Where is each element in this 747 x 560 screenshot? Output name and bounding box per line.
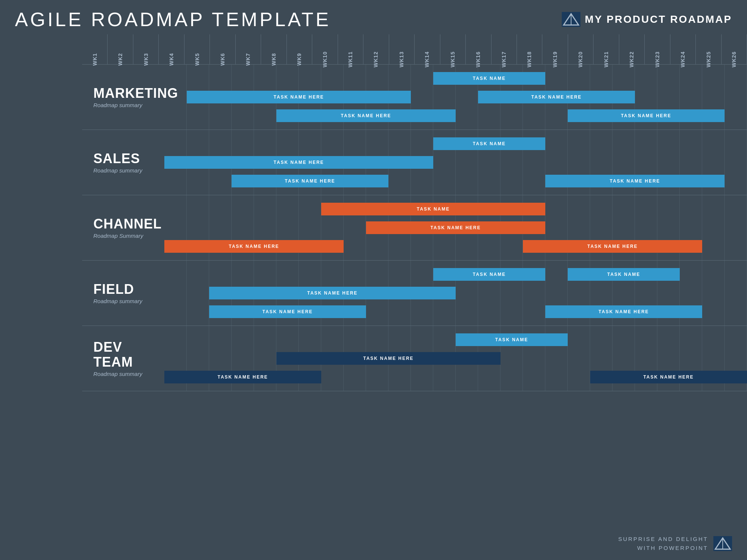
week-label-wk8: WK8 — [271, 53, 277, 66]
task-row-1: TASK NAME HERE — [164, 221, 747, 235]
section-gantt-1: TASK NAMETASK NAME HERETASK NAME HERETAS… — [164, 130, 747, 195]
task-row-1: TASK NAME HERETASK NAME HERE — [164, 90, 747, 104]
task-label-0: TASK NAME — [473, 141, 506, 146]
week-label-wk4: WK4 — [168, 53, 174, 66]
task-bar-2: TASK NAME HERE — [232, 175, 388, 187]
task-label-3: TASK NAME HERE — [587, 244, 638, 249]
sections-area: MARKETINGRoadmap summaryTASK NAMETASK NA… — [82, 65, 747, 391]
section-gantt-4: TASK NAMETASK NAME HERETASK NAME HERETAS… — [164, 326, 747, 391]
section-subtitle-1: Roadmap summary — [93, 167, 157, 174]
section-label-4: DEV TEAMRoadmap summary — [82, 326, 164, 391]
week-cell-wk16: WK16 — [466, 34, 491, 64]
week-label-wk1: WK1 — [92, 53, 98, 66]
week-cell-wk3: WK3 — [133, 34, 159, 64]
task-row-0: TASK NAME — [164, 202, 747, 216]
week-cell-wk24: WK24 — [670, 34, 696, 64]
task-label-1: TASK NAME HERE — [273, 160, 324, 165]
brand-text: MY PRODUCT ROADMAP — [585, 13, 732, 25]
week-cell-wk1: WK1 — [82, 34, 108, 64]
section-label-3: FIELDRoadmap summary — [82, 261, 164, 326]
task-bar-2: TASK NAME HERE — [164, 371, 321, 383]
section-row-sales: SALESRoadmap summaryTASK NAMETASK NAME H… — [82, 130, 747, 195]
task-row-0: TASK NAMETASK NAME — [164, 267, 747, 281]
week-cell-wk8: WK8 — [261, 34, 286, 64]
week-cell-wk17: WK17 — [492, 34, 517, 64]
task-label-1: TASK NAME — [607, 272, 640, 277]
footer-logo-icon — [713, 536, 732, 551]
task-label-3: TASK NAME HERE — [262, 309, 313, 314]
task-label-4: TASK NAME HERE — [621, 113, 671, 118]
task-row-1: TASK NAME HERE — [164, 286, 747, 300]
task-label-0: TASK NAME — [473, 272, 506, 277]
week-cell-wk6: WK6 — [210, 34, 235, 64]
task-bar-0: TASK NAME — [433, 137, 545, 150]
section-subtitle-0: Roadmap summary — [93, 102, 157, 108]
week-cell-wk2: WK2 — [108, 34, 133, 64]
task-row-2: TASK NAME HERETASK NAME HERE — [164, 305, 747, 319]
task-bar-2: TASK NAME HERE — [209, 287, 456, 299]
section-gantt-3: TASK NAMETASK NAMETASK NAME HERETASK NAM… — [164, 261, 747, 326]
week-label-wk3: WK3 — [143, 53, 149, 66]
week-cell-wk4: WK4 — [159, 34, 184, 64]
week-cell-wk21: WK21 — [593, 34, 619, 64]
week-cell-wk20: WK20 — [568, 34, 593, 64]
week-cell-wk22: WK22 — [619, 34, 645, 64]
section-subtitle-3: Roadmap summary — [93, 298, 157, 304]
task-label-4: TASK NAME HERE — [598, 309, 649, 314]
task-label-1: TASK NAME HERE — [273, 94, 324, 100]
week-cell-wk15: WK15 — [440, 34, 466, 64]
brand-logo-icon — [562, 12, 580, 27]
week-cell-wk19: WK19 — [542, 34, 568, 64]
task-bar-0: TASK NAME — [321, 203, 545, 215]
task-bar-1: TASK NAME HERE — [164, 156, 433, 169]
task-bar-4: TASK NAME HERE — [568, 109, 725, 122]
section-row-dev-team: DEV TEAMRoadmap summaryTASK NAMETASK NAM… — [82, 326, 747, 391]
task-bar-4: TASK NAME HERE — [545, 305, 702, 318]
week-label-wk7: WK7 — [245, 53, 251, 66]
task-label-2: TASK NAME HERE — [307, 290, 357, 296]
task-bar-0: TASK NAME — [456, 333, 568, 346]
week-label-wk5: WK5 — [194, 53, 200, 66]
task-label-1: TASK NAME HERE — [363, 356, 413, 361]
task-row-2: TASK NAME HERETASK NAME HERE — [164, 174, 747, 188]
week-cell-wk12: WK12 — [363, 34, 389, 64]
page-title: AGILE ROADMAP TEMPLATE — [15, 8, 331, 31]
footer-line1: SURPRISE AND DELIGHT — [618, 535, 708, 544]
task-bar-3: TASK NAME HERE — [276, 109, 456, 122]
week-cell-wk18: WK18 — [517, 34, 542, 64]
task-row-1: TASK NAME HERE — [164, 155, 747, 169]
section-label-1: SALESRoadmap summary — [82, 130, 164, 195]
week-cell-wk11: WK11 — [338, 34, 363, 64]
task-label-0: TASK NAME — [417, 206, 450, 212]
week-cell-wk9: WK9 — [287, 34, 312, 64]
week-cell-wk25: WK25 — [696, 34, 721, 64]
section-row-field: FIELDRoadmap summaryTASK NAMETASK NAMETA… — [82, 261, 747, 326]
brand: MY PRODUCT ROADMAP — [562, 12, 732, 27]
section-row-marketing: MARKETINGRoadmap summaryTASK NAMETASK NA… — [82, 65, 747, 130]
task-bar-1: TASK NAME HERE — [366, 221, 545, 234]
section-name-2: CHANNEL — [93, 217, 157, 231]
week-label-wk2: WK2 — [117, 53, 123, 66]
task-bar-0: TASK NAME — [433, 72, 545, 85]
section-subtitle-4: Roadmap summary — [93, 371, 157, 377]
section-name-0: MARKETING — [93, 86, 157, 101]
section-subtitle-2: Roadmap Summary — [93, 233, 157, 239]
task-row-2: TASK NAME HERETASK NAME HERE — [164, 370, 747, 384]
task-row-0: TASK NAME — [164, 137, 747, 151]
page: AGILE ROADMAP TEMPLATE MY PRODUCT ROADMA… — [0, 0, 747, 560]
task-bar-1: TASK NAME HERE — [187, 91, 411, 103]
task-label-0: TASK NAME — [495, 337, 528, 342]
task-label-2: TASK NAME HERE — [531, 94, 582, 100]
footer: SURPRISE AND DELIGHT WITH POWERPOINT — [618, 535, 732, 553]
task-label-2: TASK NAME HERE — [285, 178, 335, 184]
task-bar-3: TASK NAME HERE — [590, 371, 747, 383]
footer-text: SURPRISE AND DELIGHT WITH POWERPOINT — [618, 535, 708, 553]
task-row-2: TASK NAME HERETASK NAME HERE — [164, 109, 747, 123]
task-bar-2: TASK NAME HERE — [478, 91, 635, 103]
section-gantt-0: TASK NAMETASK NAME HERETASK NAME HERETAS… — [164, 65, 747, 130]
task-bar-0: TASK NAME — [433, 268, 545, 281]
week-cell-wk13: WK13 — [389, 34, 415, 64]
task-bar-3: TASK NAME HERE — [523, 240, 702, 253]
task-bar-1: TASK NAME — [568, 268, 680, 281]
task-label-2: TASK NAME HERE — [229, 244, 279, 249]
